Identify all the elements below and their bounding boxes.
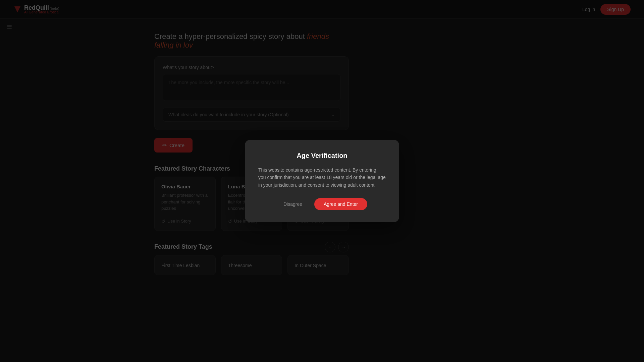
modal-buttons: Disagree Agree and Enter (258, 198, 386, 210)
modal-body: This website contains age-restricted con… (258, 166, 386, 189)
modal-title: Age Verification (258, 152, 386, 160)
agree-button[interactable]: Agree and Enter (314, 198, 367, 210)
modal-overlay: Age Verification This website contains a… (0, 0, 644, 362)
disagree-button[interactable]: Disagree (277, 198, 309, 210)
age-verification-modal: Age Verification This website contains a… (245, 140, 399, 222)
